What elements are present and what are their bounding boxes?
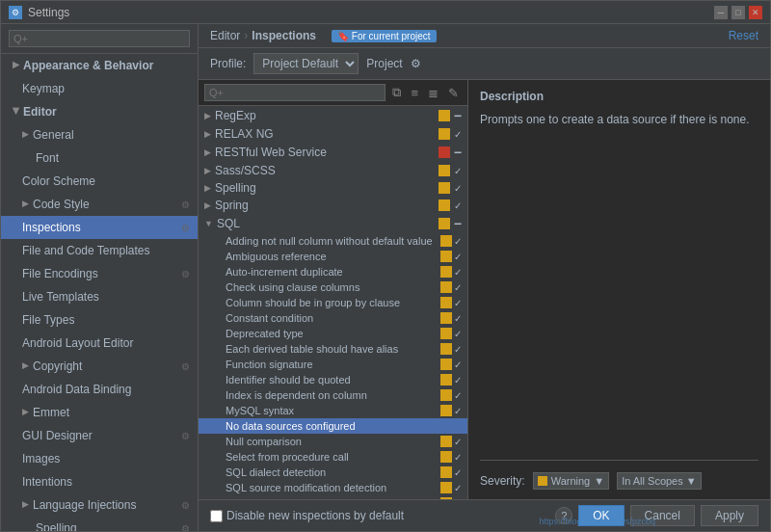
expand-all-button[interactable]: ≡ [408,85,421,101]
insp-item-adding-not-null[interactable]: Adding not null column without default v… [199,233,467,249]
reset-button[interactable]: Reset [729,29,758,42]
inspection-panel: ⧉ ≡ ≣ ✎ ▶ RegExp − [199,80,468,499]
sidebar-item-general[interactable]: ▶ General [1,123,198,146]
insp-item-select-procedure[interactable]: Select from procedure call ✓ [199,449,467,465]
severity-select[interactable]: Warning ▼ [533,472,609,490]
insp-item-column-group[interactable]: Column should be in group by clause ✓ [199,295,467,310]
group-spelling[interactable]: ▶ Spelling ✓ [199,179,467,197]
sidebar-item-copyright[interactable]: ▶ Copyright ⚙ [1,355,198,378]
disable-inspections-checkbox-container: Disable new inspections by default [210,509,404,522]
check-icon: ✓ [454,467,462,478]
breadcrumb-current: Inspections [252,29,316,42]
insp-item-no-datasources[interactable]: No data sources configured [199,418,467,434]
insp-item-identifier-quoted[interactable]: Identifier should be quoted ✓ [199,372,467,387]
collapse-all-button[interactable]: ≣ [425,85,441,101]
sidebar-item-gui-designer[interactable]: GUI Designer ⚙ [1,424,198,447]
sidebar-item-images[interactable]: Images [1,447,198,470]
severity-color-box [440,266,452,278]
sidebar-item-android-layout-editor[interactable]: Android Layout Editor [1,332,198,355]
insp-item-function-signature[interactable]: Function signature ✓ [199,357,467,372]
check-icon: ✓ [454,344,462,355]
sidebar-item-editor[interactable]: ▶ Editor [1,100,198,123]
minus-icon: − [454,108,462,123]
severity-color-box [440,235,452,247]
window-controls: ─ □ ✕ [714,6,762,19]
severity-color-box [440,374,452,386]
insp-item-deprecated[interactable]: Deprecated type ✓ [199,326,467,341]
inspection-search-input[interactable] [204,84,386,101]
filter-button[interactable]: ⧉ [389,84,404,101]
dropdown-arrow-icon: ▼ [686,475,697,487]
severity-color-indicator [538,476,547,486]
maximize-button[interactable]: □ [731,6,745,19]
insp-item-auto-increment[interactable]: Auto-increment duplicate ✓ [199,264,467,279]
check-icon: ✓ [454,236,462,247]
gear-icon: ⚙ [181,198,190,212]
insp-item-sql-source[interactable]: SQL source modification detection ✓ [199,480,467,495]
group-regexp[interactable]: ▶ RegExp − [199,106,467,125]
severity-color-box [440,389,452,401]
severity-color-box [439,200,450,211]
main-content: ▶ Appearance & Behavior Keymap ▶ Editor … [1,24,770,531]
profile-gear-icon[interactable]: ⚙ [411,57,421,70]
gear-icon: ⚙ [181,359,190,374]
severity-color-box [440,436,452,447]
profile-select[interactable]: Project Default [253,53,359,74]
sidebar-item-emmet[interactable]: ▶ Emmet [1,401,198,424]
insp-item-mysql-syntax[interactable]: MySQL syntax ✓ [199,403,467,418]
minus-icon: − [454,216,462,231]
insp-item-constant[interactable]: Constant condition ✓ [199,310,467,326]
severity-color-box [440,482,452,493]
check-icon: ✓ [454,183,462,194]
minimize-button[interactable]: ─ [714,6,728,19]
insp-item-ambiguous[interactable]: Ambiguous reference ✓ [199,249,467,264]
sidebar-item-file-code-templates[interactable]: File and Code Templates [1,239,198,262]
group-relax-ng[interactable]: ▶ RELAX NG ✓ [199,125,467,143]
profile-scope-label: Project [366,57,402,70]
group-spring[interactable]: ▶ Spring ✓ [199,197,467,214]
group-restful[interactable]: ▶ RESTful Web Service − [199,143,467,162]
arrow-icon: ▶ [204,147,211,157]
sidebar-item-spelling[interactable]: Spelling ⚙ [1,517,198,531]
arrow-icon: ▶ [22,128,29,142]
insp-item-sql-dialect[interactable]: SQL dialect detection ✓ [199,465,467,480]
insp-item-derived-table[interactable]: Each derived table should have alias ✓ [199,341,467,357]
insp-item-index-dependent[interactable]: Index is dependent on column ✓ [199,387,467,403]
sidebar-item-language-injections[interactable]: ▶ Language Injections ⚙ [1,493,198,517]
sidebar-item-color-scheme[interactable]: Color Scheme [1,170,198,193]
severity-color-box [440,466,452,478]
insp-item-null-comparison[interactable]: Null comparison ✓ [199,434,467,449]
check-icon: ✓ [454,298,462,308]
breadcrumb-separator: › [244,29,248,42]
sidebar-item-file-types[interactable]: File Types [1,308,198,332]
arrow-icon: ▶ [22,498,29,512]
check-icon: ✓ [454,166,462,176]
gear-icon: ⚙ [181,429,190,443]
sidebar-item-android-data-binding[interactable]: Android Data Binding [1,378,198,401]
content-area: ⧉ ≡ ≣ ✎ ▶ RegExp − [199,80,770,499]
disable-inspections-checkbox[interactable] [210,510,223,522]
sidebar-item-keymap[interactable]: Keymap [1,77,198,100]
sidebar-item-code-style[interactable]: ▶ Code Style ⚙ [1,193,198,216]
sidebar-item-file-encodings[interactable]: File Encodings ⚙ [1,262,198,285]
sidebar-item-appearance[interactable]: ▶ Appearance & Behavior [1,54,198,77]
sidebar-item-font[interactable]: Font [1,146,198,170]
scope-select[interactable]: In All Scopes ▼ [617,472,702,490]
severity-label: Severity: [480,474,525,488]
check-icon: ✓ [454,483,462,493]
sidebar-search-input[interactable] [9,30,190,47]
profile-bar: Profile: Project Default Project ⚙ [199,48,770,80]
check-icon: ✓ [454,452,462,463]
inspection-search-bar: ⧉ ≡ ≣ ✎ [199,80,467,106]
gear-icon: ⚙ [181,498,190,513]
sidebar-item-inspections[interactable]: Inspections ⚙ [1,216,198,239]
sidebar-item-intentions[interactable]: Intentions [1,470,198,493]
edit-button[interactable]: ✎ [445,85,462,101]
severity-color-box [440,451,452,463]
close-button[interactable]: ✕ [749,6,762,19]
group-sass[interactable]: ▶ Sass/SCSS ✓ [199,162,467,179]
sidebar-item-live-templates[interactable]: Live Templates [1,285,198,308]
apply-button[interactable]: Apply [701,505,758,526]
group-sql[interactable]: ▼ SQL − [199,214,467,233]
insp-item-check-using[interactable]: Check using clause columns ✓ [199,279,467,295]
